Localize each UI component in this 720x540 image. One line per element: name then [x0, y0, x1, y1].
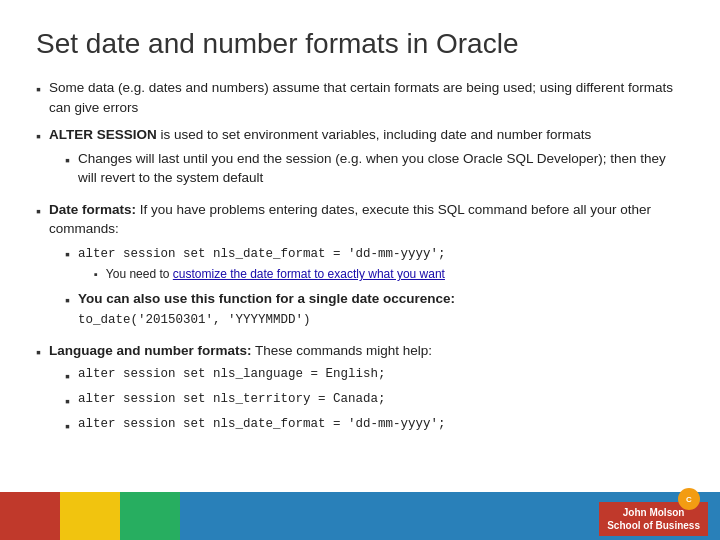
bullet-item-3: ▪ Date formats: If you have problems ent…	[36, 200, 684, 333]
sub-bullets-2: ▪ Changes will last until you end the se…	[65, 149, 684, 188]
slide-title: Set date and number formats in Oracle	[36, 28, 684, 60]
bar-red	[0, 492, 60, 540]
bullet-item-1: ▪ Some data (e.g. dates and numbers) ass…	[36, 78, 684, 117]
sub-bullet-3-1: ▪ alter session set nls_date_format = 'd…	[65, 243, 684, 286]
sub-bullet-symbol-3-2: ▪	[65, 290, 70, 310]
sub-bullet-symbol-4-2: ▪	[65, 391, 70, 411]
sub-sub-bullet-symbol: ▪	[94, 267, 98, 283]
sub-bullet-symbol-4-1: ▪	[65, 366, 70, 386]
customize-link[interactable]: customize the date format to exactly wha…	[173, 267, 445, 281]
sub-bullet-4-3: ▪ alter session set nls_date_format = 'd…	[65, 415, 684, 436]
code-territory: alter session set nls_territory = Canada…	[78, 390, 386, 408]
bullet-item-4: ▪ Language and number formats: These com…	[36, 341, 684, 440]
sub-bullets-3: ▪ alter session set nls_date_format = 'd…	[65, 243, 684, 329]
bar-yellow	[60, 492, 120, 540]
bullet-text-2: ALTER SESSION is used to set environment…	[49, 125, 684, 192]
slide-content: ▪ Some data (e.g. dates and numbers) ass…	[36, 78, 684, 441]
sub-bullet-4-2: ▪ alter session set nls_territory = Cana…	[65, 390, 684, 411]
sub-sub-bullet-text: You need to customize the date format to…	[106, 266, 445, 283]
code-nls-date: alter session set nls_date_format = 'dd-…	[78, 247, 446, 261]
date-formats-label: Date formats:	[49, 202, 136, 217]
bullet-symbol-1: ▪	[36, 79, 41, 99]
bullet-item-2: ▪ ALTER SESSION is used to set environme…	[36, 125, 684, 192]
logo-line1: John Molson	[623, 507, 685, 518]
alter-session-label: ALTER SESSION	[49, 127, 157, 142]
slide: Set date and number formats in Oracle ▪ …	[0, 0, 720, 540]
sub-bullet-symbol-2-1: ▪	[65, 150, 70, 170]
code-lang: alter session set nls_language = English…	[78, 365, 386, 383]
bullet-text-1: Some data (e.g. dates and numbers) assum…	[49, 78, 684, 117]
bar-green	[120, 492, 180, 540]
bullet-symbol-2: ▪	[36, 126, 41, 146]
bullet-text-4: Language and number formats: These comma…	[49, 341, 684, 440]
logo-area: John Molson School of Business C	[599, 502, 708, 536]
sub-bullet-4-1: ▪ alter session set nls_language = Engli…	[65, 365, 684, 386]
code-todate: to_date('20150301', 'YYYYMMDD')	[78, 313, 311, 327]
sub-bullet-text-3-1: alter session set nls_date_format = 'dd-…	[78, 243, 446, 286]
sub-bullet-text-2-1: Changes will last until you end the sess…	[78, 149, 684, 188]
bullet-text-3: Date formats: If you have problems enter…	[49, 200, 684, 333]
sub-bullet-2-1: ▪ Changes will last until you end the se…	[65, 149, 684, 188]
sub-bullet-text-3-2: You can also use this function for a sin…	[78, 289, 455, 329]
language-formats-label: Language and number formats:	[49, 343, 252, 358]
sub-sub-bullets-3-1: ▪ You need to customize the date format …	[94, 266, 446, 283]
sub-bullets-4: ▪ alter session set nls_language = Engli…	[65, 365, 684, 437]
bullet-symbol-3: ▪	[36, 201, 41, 221]
code-date-format: alter session set nls_date_format = 'dd-…	[78, 415, 446, 433]
sub-bullet-symbol-4-3: ▪	[65, 416, 70, 436]
sub-sub-bullet-3-1-1: ▪ You need to customize the date format …	[94, 266, 446, 283]
sub-bullet-symbol-3-1: ▪	[65, 244, 70, 264]
sub-bullet-3-2: ▪ You can also use this function for a s…	[65, 289, 684, 329]
single-date-label: You can also use this function for a sin…	[78, 291, 455, 306]
logo-circle: C	[678, 488, 700, 510]
bullet-symbol-4: ▪	[36, 342, 41, 362]
logo-line2: School of Business	[607, 520, 700, 531]
